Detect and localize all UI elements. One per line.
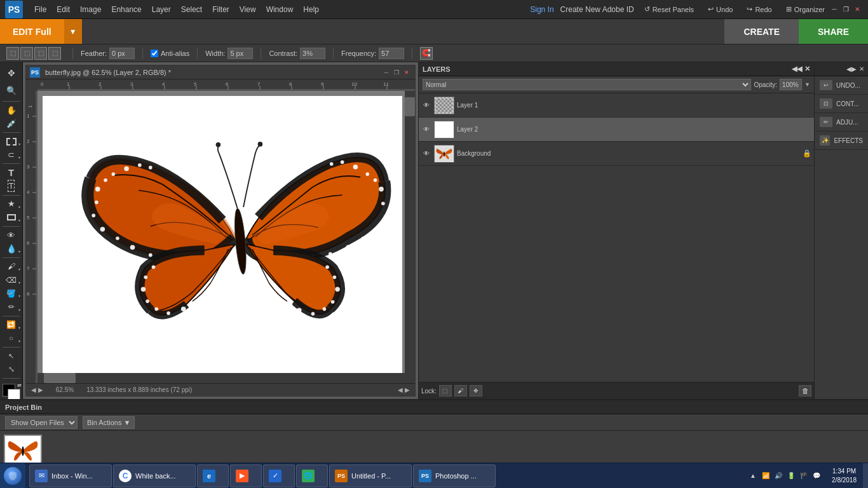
width-input[interactable] [227, 48, 253, 59]
systray-sound[interactable]: 🔊 [773, 471, 783, 481]
share-button[interactable]: SHARE [799, 19, 868, 44]
systray-notification[interactable]: 💬 [811, 471, 822, 481]
systray-network[interactable]: 📶 [761, 471, 771, 481]
taskbar-photoshop[interactable]: PS Photoshop ... [413, 464, 496, 487]
bg-layer-visibility[interactable]: 👁 [421, 149, 431, 159]
canvas-maximize[interactable]: ❐ [392, 68, 401, 77]
menu-view[interactable]: View [234, 3, 261, 17]
menu-help[interactable]: Help [298, 3, 324, 17]
canvas-vscrollbar-thumb[interactable] [405, 97, 415, 116]
tool-preset-3[interactable]: ⬚ [34, 47, 47, 60]
create-adobe-id-link[interactable]: Create New Adobe ID [560, 5, 634, 14]
restore-button[interactable]: ❐ [840, 4, 851, 15]
menu-window[interactable]: Window [261, 3, 299, 17]
marquee-tool[interactable]: ▾ [1, 135, 22, 147]
canvas-minimize[interactable]: ─ [382, 68, 391, 77]
close-button[interactable]: ✕ [851, 4, 863, 15]
systray-battery[interactable]: 🔋 [786, 471, 796, 481]
layer-1-visibility[interactable]: 👁 [421, 100, 431, 111]
pencil-tool[interactable]: ✏ ▾ [1, 301, 22, 313]
sign-in-button[interactable]: Sign In [530, 5, 553, 14]
lock-image-button[interactable]: 🖌 [454, 385, 467, 396]
edit-full-button[interactable]: EDIT Full [0, 19, 64, 44]
canvas-hscrollbar-thumb[interactable] [44, 373, 76, 383]
status-nav-right[interactable]: ◀ ▶ [398, 386, 410, 393]
swap-colors-button[interactable]: ⇄ [17, 383, 22, 388]
layers-panel-collapse[interactable]: ◀◀ [792, 65, 802, 73]
lasso-tool[interactable]: ⊂ ▾ [1, 149, 22, 161]
systray-flag[interactable]: 🏴 [799, 471, 809, 481]
menu-layer[interactable]: Layer [147, 3, 176, 17]
menu-edit[interactable]: Edit [51, 3, 75, 17]
zoom-tool[interactable]: 🔍 [1, 82, 22, 98]
start-button[interactable] [0, 463, 25, 489]
canvas-hscrollbar[interactable] [37, 373, 405, 383]
canvas-close[interactable]: ✕ [402, 68, 411, 77]
layer-2-visibility[interactable]: 👁 [421, 125, 431, 135]
eraser-tool[interactable]: ⌫ ▾ [1, 274, 22, 286]
taskbar-untitled[interactable]: PS Untitled - P... [329, 464, 412, 487]
menu-select[interactable]: Select [176, 3, 207, 17]
magnet-option-button[interactable]: 🧲 [420, 47, 433, 60]
bin-actions-button[interactable]: Bin Actions ▼ [83, 416, 135, 429]
taskbar-ie[interactable]: e [197, 464, 229, 487]
tool-preset-4[interactable]: ⬚ [48, 47, 61, 60]
tool-preset-2[interactable]: ⬚ [20, 47, 33, 60]
undo-action[interactable]: ↩ UNDO... [815, 76, 868, 95]
anti-alias-checkbox[interactable] [151, 50, 158, 57]
move-tool[interactable]: ✥ [1, 65, 22, 81]
create-button[interactable]: CREATE [724, 19, 799, 44]
eyedropper-tool[interactable]: 💉 [1, 118, 22, 130]
undo-button[interactable]: ↩ Undo [704, 4, 736, 15]
taskbar-tasks[interactable]: ✓ [263, 464, 295, 487]
layer-item-bg[interactable]: 👁 Backgr [419, 142, 814, 166]
layer-item-2[interactable]: 👁 Layer 2 [419, 118, 814, 142]
blur-tool[interactable]: 💧 ▾ [1, 243, 22, 255]
lock-position-button[interactable]: ✥ [470, 385, 482, 396]
contrast-input[interactable] [300, 48, 325, 59]
minimize-button[interactable]: ─ [829, 4, 840, 15]
delete-layer-button[interactable]: 🗑 [799, 385, 811, 396]
hand-tool[interactable]: ✋ [1, 104, 22, 116]
tool-preset-button[interactable]: ⬚ [6, 47, 19, 60]
text-tool[interactable]: T [1, 166, 22, 179]
layers-panel-close[interactable]: ✕ [804, 65, 810, 73]
opacity-dropdown[interactable]: ▼ [804, 81, 810, 88]
menu-filter[interactable]: Filter [207, 3, 234, 17]
taskbar-clock[interactable]: 1:34 PM 2/8/2018 [827, 467, 862, 485]
shape-tool[interactable]: ▾ [1, 212, 22, 224]
dodge-tool[interactable]: ○ ▾ [1, 332, 22, 344]
frequency-input[interactable] [379, 48, 404, 59]
redo-button[interactable]: ↪ Redo [743, 4, 775, 15]
clone-stamp-tool[interactable]: 🔁 ▾ [1, 318, 22, 330]
adju-action[interactable]: ✏ ADJU... [815, 113, 868, 132]
status-nav-left[interactable]: ◀ ▶ [31, 386, 43, 393]
lock-transparent-button[interactable]: ⬚ [439, 385, 452, 396]
reset-panels-button[interactable]: ↺ Reset Panels [641, 4, 698, 15]
blend-mode-select[interactable]: Normal Multiply Screen [423, 79, 751, 90]
taskbar-chrome[interactable]: C White back... [113, 464, 196, 487]
menu-enhance[interactable]: Enhance [106, 3, 146, 17]
cont-action[interactable]: ⊡ CONT... [815, 95, 868, 113]
taskbar-media[interactable]: ▶ [230, 464, 262, 487]
taskbar-inbox[interactable]: ✉ Inbox - Win... [29, 464, 112, 487]
opacity-input[interactable] [780, 79, 802, 90]
effects-action[interactable]: ✨ EFFECTS [815, 132, 868, 150]
canvas-area[interactable] [37, 91, 415, 383]
paint-bucket-tool[interactable]: 🪣 ▾ [1, 287, 22, 299]
layer-item-1[interactable]: 👁 Layer 1 [419, 93, 814, 118]
organizer-button[interactable]: ⊞ Organizer [782, 4, 829, 15]
background-color[interactable] [8, 389, 20, 399]
selection-brush-tool[interactable]: ↖ [1, 350, 22, 362]
taskbar-globe[interactable]: 🌐 [296, 464, 328, 487]
actions-close[interactable]: ✕ [859, 65, 864, 72]
show-desktop-button[interactable] [863, 463, 868, 489]
crop-tool[interactable]: ⤡ [1, 363, 22, 376]
show-open-files-select[interactable]: Show Open Files [5, 416, 78, 429]
edit-full-dropdown[interactable]: ▼ [64, 19, 82, 44]
menu-file[interactable]: File [29, 3, 51, 17]
actions-collapse[interactable]: ◀▶ [846, 65, 857, 72]
systray-expand[interactable]: ▲ [748, 471, 758, 481]
brush-tool[interactable]: 🖌 ▾ [1, 261, 22, 273]
canvas-vscrollbar[interactable] [405, 91, 415, 383]
